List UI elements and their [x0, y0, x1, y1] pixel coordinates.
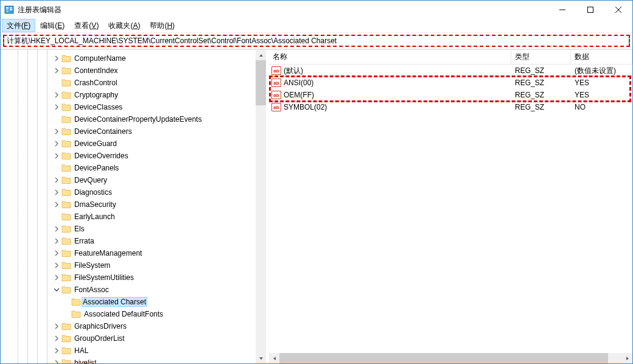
expand-icon[interactable] — [52, 127, 61, 136]
tree-item[interactable]: DeviceClasses — [1, 101, 256, 113]
value-row[interactable]: abANSI(00)REG_SZYES — [269, 77, 632, 89]
column-header-type[interactable]: 类型 — [511, 50, 571, 64]
expand-icon[interactable] — [52, 346, 61, 355]
tree-item[interactable]: Associated DefaultFonts — [1, 308, 256, 320]
maximize-button[interactable] — [576, 1, 604, 19]
tree-item-label: DevicePanels — [74, 164, 119, 172]
tree-item[interactable]: HAL — [1, 345, 256, 357]
scroll-thumb[interactable] — [256, 60, 266, 105]
value-row[interactable]: abOEM(FF)REG_SZYES — [269, 89, 632, 101]
tree-item[interactable]: GroupOrderList — [1, 332, 256, 345]
tree-item[interactable]: DevicePanels — [1, 162, 256, 174]
scroll-track[interactable] — [279, 353, 622, 363]
tree-item-label: hivelist — [74, 359, 97, 363]
tree-item[interactable]: Errata — [1, 235, 256, 247]
tree-view[interactable]: ComputerNameContentIndexCrashControlCryp… — [1, 50, 256, 363]
tree-item[interactable]: DeviceContainerPropertyUpdateEvents — [1, 113, 256, 125]
value-name: SYMBOL(02) — [284, 103, 327, 111]
value-data: YES — [571, 91, 632, 99]
folder-icon — [61, 200, 71, 209]
tree-item[interactable]: Cryptography — [1, 89, 256, 101]
expand-icon[interactable] — [52, 224, 61, 234]
expand-icon[interactable] — [52, 90, 61, 100]
expand-icon[interactable] — [52, 102, 61, 112]
tree-item[interactable]: DeviceOverrides — [1, 150, 256, 162]
expand-icon[interactable] — [52, 151, 61, 161]
expand-icon[interactable] — [52, 236, 61, 246]
tree-spacer — [52, 163, 61, 173]
tree-item[interactable]: hivelist — [1, 357, 256, 363]
expand-icon[interactable] — [52, 66, 61, 75]
scroll-left-button[interactable] — [269, 353, 279, 363]
tree-item[interactable]: FileSystemUtilities — [1, 271, 256, 284]
tree-item[interactable]: DevQuery — [1, 174, 256, 186]
collapse-icon[interactable] — [52, 285, 61, 295]
folder-icon — [61, 236, 71, 246]
expand-icon[interactable] — [52, 321, 61, 331]
folder-icon — [71, 309, 81, 319]
tree-item[interactable]: Diagnostics — [1, 186, 256, 198]
minimize-button[interactable] — [548, 1, 576, 19]
svg-rect-5 — [10, 9, 12, 10]
tree-item-label: ContentIndex — [74, 66, 118, 75]
tree-item[interactable]: DmaSecurity — [1, 198, 256, 211]
tree-item-label: FontAssoc — [74, 285, 110, 294]
close-button[interactable] — [604, 1, 632, 19]
scroll-thumb[interactable] — [279, 353, 608, 363]
menu-help[interactable]: 帮助(H) — [145, 19, 180, 32]
value-row[interactable]: ab(默认)REG_SZ(数值未设置) — [269, 65, 632, 77]
menu-edit[interactable]: 编辑(E) — [35, 19, 69, 32]
folder-icon — [61, 285, 71, 295]
expand-icon[interactable] — [52, 334, 61, 343]
value-row[interactable]: abSYMBOL(02)REG_SZNO — [269, 101, 632, 113]
value-type: REG_SZ — [511, 66, 571, 75]
svg-rect-4 — [10, 7, 12, 9]
menu-file[interactable]: 文件(F) — [2, 19, 35, 32]
tree-item-label: Cryptography — [74, 91, 119, 99]
folder-icon — [61, 273, 71, 282]
expand-icon[interactable] — [52, 175, 61, 185]
folder-icon — [61, 358, 71, 363]
menu-view[interactable]: 查看(V) — [69, 19, 103, 32]
list-horizontal-scrollbar[interactable] — [269, 353, 632, 363]
tree-item[interactable]: EarlyLaunch — [1, 211, 256, 223]
expand-icon[interactable] — [52, 358, 61, 363]
column-header-name[interactable]: 名称 — [269, 50, 511, 64]
address-input[interactable]: 计算机\HKEY_LOCAL_MACHINE\SYSTEM\CurrentCon… — [3, 35, 630, 47]
tree-item[interactable]: Els — [1, 223, 256, 235]
expand-icon[interactable] — [52, 248, 61, 258]
folder-icon — [61, 321, 71, 331]
tree-item[interactable]: FileSystem — [1, 259, 256, 271]
tree-vertical-scrollbar[interactable] — [256, 50, 266, 363]
expand-icon[interactable] — [52, 54, 61, 63]
expand-icon[interactable] — [52, 187, 61, 197]
folder-icon — [61, 151, 71, 161]
expand-icon[interactable] — [52, 261, 61, 270]
tree-item[interactable]: FontAssoc — [1, 284, 256, 296]
tree-item[interactable]: FeatureManagement — [1, 247, 256, 259]
tree-item-label: DeviceContainers — [74, 127, 133, 136]
folder-icon — [71, 297, 81, 307]
tree-item-label: EarlyLaunch — [74, 212, 116, 221]
expand-icon[interactable] — [52, 200, 61, 209]
tree-item[interactable]: CrashControl — [1, 77, 256, 89]
expand-icon[interactable] — [52, 273, 61, 282]
tree-item[interactable]: DeviceContainers — [1, 125, 256, 138]
regedit-icon — [4, 5, 14, 15]
tree-item[interactable]: DeviceGuard — [1, 138, 256, 150]
scroll-right-button[interactable] — [622, 353, 632, 363]
scroll-down-button[interactable] — [256, 353, 266, 363]
tree-item[interactable]: Associated Charset — [1, 296, 256, 308]
menu-favorites[interactable]: 收藏夹(A) — [103, 19, 145, 32]
tree-item-label: Associated DefaultFonts — [83, 310, 164, 318]
expand-icon[interactable] — [52, 139, 61, 149]
folder-icon — [61, 261, 71, 270]
scroll-up-button[interactable] — [256, 50, 266, 60]
tree-item[interactable]: ComputerName — [1, 52, 256, 65]
list-view[interactable]: ab(默认)REG_SZ(数值未设置)abANSI(00)REG_SZYESab… — [269, 65, 632, 353]
tree-item[interactable]: GraphicsDrivers — [1, 320, 256, 332]
titlebar[interactable]: 注册表编辑器 — [1, 1, 632, 19]
scroll-track[interactable] — [256, 60, 266, 353]
tree-item[interactable]: ContentIndex — [1, 65, 256, 77]
column-header-data[interactable]: 数据 — [571, 50, 632, 64]
